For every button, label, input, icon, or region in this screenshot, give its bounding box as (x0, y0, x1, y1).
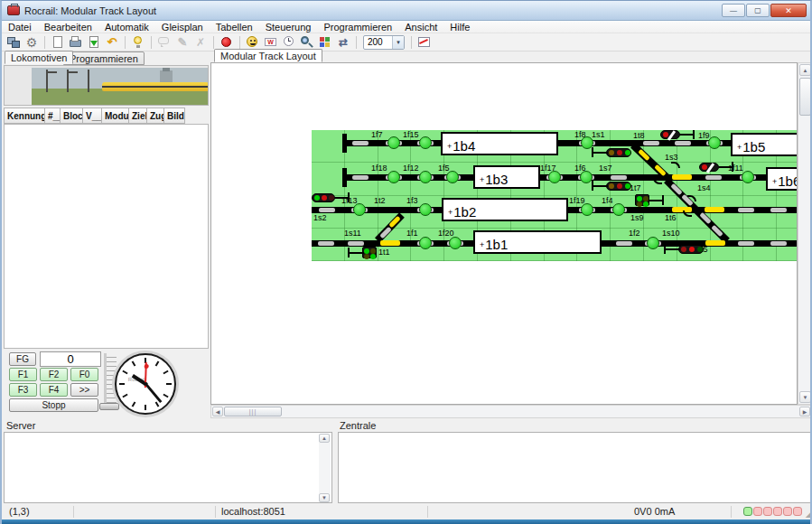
sensor-1f11[interactable] (742, 171, 754, 183)
sensor-1f1[interactable] (419, 237, 432, 249)
menu-hilfe[interactable]: Hilfe (443, 21, 476, 33)
sensor-1f2[interactable] (647, 237, 659, 249)
undo-icon[interactable]: ↶ (104, 34, 120, 50)
col-header-modus[interactable]: Modus (101, 108, 129, 124)
fg-button[interactable]: FG (9, 352, 36, 366)
block-1b6[interactable]: +1b6 (766, 167, 797, 191)
vscroll-thumb[interactable] (799, 78, 811, 116)
col-header-ziel[interactable]: Ziel (128, 108, 147, 124)
fast-clock-icon[interactable] (281, 34, 297, 50)
sensor-1f13[interactable] (353, 203, 366, 216)
tab-programmieren[interactable]: Programmieren (63, 51, 145, 65)
col-header-bild[interactable]: Bild (163, 108, 185, 124)
shift-functions-button[interactable]: >> (70, 383, 98, 397)
minimize-button[interactable]: — (722, 4, 745, 17)
server-log[interactable]: ▲ ▼ (4, 432, 332, 503)
signal-1s2[interactable] (312, 193, 351, 202)
speed-slider-thumb[interactable] (99, 403, 119, 410)
sensor-1f17[interactable] (548, 171, 561, 183)
smiley-icon[interactable] (245, 34, 261, 50)
block-1b3[interactable]: +1b3 (473, 165, 540, 189)
block-1b2[interactable]: +1b2 (442, 198, 568, 221)
dwarf-signal-1s1[interactable] (592, 148, 633, 157)
tab-lokomotiven[interactable]: Lokomotiven (5, 51, 73, 64)
save-plan-icon[interactable] (86, 34, 102, 50)
f1-button[interactable]: F1 (9, 368, 37, 381)
dwarf-signal-1t7[interactable] (592, 182, 633, 191)
menu-datei[interactable]: Datei (2, 21, 38, 33)
vertical-scrollbar[interactable]: ▲ ▼ (798, 62, 812, 405)
scroll-up-arrow[interactable]: ▲ (319, 434, 330, 443)
layout-canvas[interactable]: +1b4+1b5+1b3+1b6+1b2+1b11f71f151f81s11t8… (210, 62, 798, 405)
scroll-down-arrow[interactable]: ▼ (799, 391, 811, 403)
sensor-1f9[interactable] (708, 136, 721, 149)
sensor-1f7[interactable] (387, 136, 400, 149)
delete-icon[interactable]: ✗ (192, 34, 209, 50)
f3-button[interactable]: F3 (9, 383, 37, 397)
menu-tabellen[interactable]: Tabellen (210, 21, 259, 33)
f4-button[interactable]: F4 (40, 383, 68, 397)
zoom-select[interactable]: 200▾ (363, 35, 405, 50)
signal-1f11-entry[interactable] (699, 163, 735, 172)
messages-icon[interactable] (156, 34, 173, 50)
speed-card-icon[interactable]: W (263, 34, 279, 50)
menu-ansicht[interactable]: Ansicht (398, 21, 443, 33)
signal-1t1[interactable] (348, 247, 378, 258)
server-connect-icon[interactable] (5, 34, 22, 50)
sensor-1f12[interactable] (419, 171, 432, 183)
menu-automatik[interactable]: Automatik (98, 21, 155, 33)
stop-button[interactable]: Stopp (9, 398, 98, 412)
analyser-icon[interactable]: ⇄ (335, 34, 351, 50)
open-plan-icon[interactable] (68, 34, 84, 50)
block-1b5[interactable]: +1b5 (731, 133, 797, 156)
chart-icon[interactable] (416, 34, 433, 50)
hscroll-thumb[interactable]: ||| (224, 407, 282, 416)
f0-button[interactable]: F0 (70, 368, 98, 381)
sensor-1f15[interactable] (419, 136, 432, 149)
tab-modular-track-layout[interactable]: Modular Track Layout (214, 49, 322, 62)
sensor-1f20[interactable] (449, 237, 462, 249)
menu-bearbeiten[interactable]: Bearbeiten (38, 21, 98, 33)
close-button[interactable]: ✕ (770, 4, 807, 17)
signal-1t8[interactable] (660, 130, 696, 139)
scroll-up-arrow[interactable]: ▲ (799, 64, 811, 76)
edit-pencil-icon[interactable]: ✎ (174, 34, 191, 50)
sensor-1f5[interactable] (446, 171, 459, 183)
block-1b1[interactable]: +1b1 (473, 230, 602, 254)
col-header-[interactable]: #__ (44, 108, 61, 124)
server-log-scrollbar[interactable]: ▲ ▼ (319, 434, 331, 502)
menu-gleisplan[interactable]: Gleisplan (155, 21, 210, 33)
layout-label: 1f5 (438, 164, 450, 173)
sensor-1f19[interactable] (581, 203, 593, 216)
title-bar[interactable]: Rocrail: Modular Track Layout — ▢ ✕ (2, 1, 812, 21)
col-header-zug[interactable]: Zug (146, 108, 164, 124)
shunt-signal-1s9[interactable] (635, 194, 666, 206)
horizontal-scrollbar[interactable]: ◀ ||| ▶ (210, 405, 812, 418)
maximize-button[interactable]: ▢ (746, 4, 770, 17)
scroll-right-arrow[interactable]: ▶ (799, 407, 810, 416)
sensor-1f6[interactable] (580, 171, 593, 183)
search-globe-icon[interactable] (299, 34, 315, 50)
new-plan-icon[interactable] (50, 34, 66, 50)
col-header-block[interactable]: Block (60, 108, 83, 124)
zentrale-log[interactable] (338, 432, 812, 503)
properties-gear-icon[interactable]: ⚙ (23, 34, 40, 50)
emergency-stop-icon[interactable] (219, 34, 235, 50)
sensor-1f18[interactable] (387, 171, 400, 183)
block-1b4[interactable]: +1b4 (441, 132, 558, 155)
col-header-v[interactable]: V__ (82, 108, 102, 124)
scroll-left-arrow[interactable]: ◀ (212, 407, 223, 416)
power-lamp-icon[interactable] (130, 34, 146, 50)
signal-1t5[interactable] (664, 245, 705, 254)
menu-steuerung[interactable]: Steuerung (259, 21, 318, 33)
col-header-kennung[interactable]: Kennung (4, 108, 45, 124)
scroll-down-arrow[interactable]: ▼ (319, 493, 330, 502)
signal-pole (666, 248, 680, 250)
sensor-1f3[interactable] (419, 203, 432, 216)
locomotive-list[interactable] (4, 124, 209, 349)
f2-button[interactable]: F2 (40, 368, 68, 381)
resize-grip[interactable]: ◢ (806, 510, 811, 519)
menu-programmieren[interactable]: Programmieren (317, 21, 398, 33)
modules-icon[interactable] (317, 34, 333, 50)
sensor-1f4[interactable] (612, 203, 625, 216)
